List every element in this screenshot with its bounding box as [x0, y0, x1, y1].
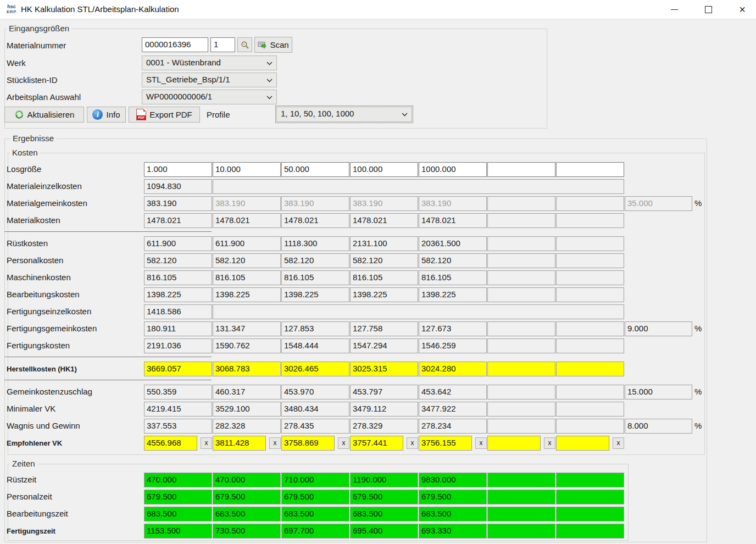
value-cell: 1094.830: [144, 179, 212, 194]
vk-input[interactable]: 3811.428: [213, 436, 266, 451]
value-cell: 611.900: [144, 236, 212, 251]
value-cell: 1398.225: [144, 287, 212, 302]
export-pdf-button[interactable]: PDF Export PDF: [129, 107, 200, 123]
row-label: Herstellkosten (HK1): [7, 365, 77, 373]
value-cell: [556, 213, 624, 228]
clear-button[interactable]: x: [613, 437, 624, 449]
stuecklisten-id-select[interactable]: STL_Getriebe_Bsp/1/1: [142, 73, 277, 87]
vk-input[interactable]: 3758.869: [281, 436, 335, 451]
value-cell[interactable]: [556, 162, 624, 177]
stuecklisten-id-label: Stücklisten-ID: [7, 75, 58, 85]
stuecklisten-id-selected-value: STL_Getriebe_Bsp/1/1: [146, 75, 230, 84]
clear-button[interactable]: x: [544, 437, 555, 449]
materialnummer-input[interactable]: 0000016396: [142, 37, 208, 52]
info-button[interactable]: i Info: [87, 107, 126, 123]
value-cell: 278.234: [419, 419, 487, 434]
clear-button[interactable]: x: [407, 437, 418, 449]
value-cell: 2191.036: [144, 338, 212, 353]
time-cell: 683.500: [281, 507, 349, 521]
value-cell[interactable]: [487, 162, 555, 177]
time-cell: [487, 507, 555, 521]
percent-field: 9.000: [625, 321, 692, 336]
value-cell: [556, 236, 624, 251]
window-title: HK Kalkulation STL/Arbeitsplan-Kalkulati…: [21, 4, 179, 14]
time-cell: [556, 507, 624, 521]
materialnummer-index-input[interactable]: 1: [210, 37, 235, 52]
row-label: Personalzeit: [7, 492, 52, 501]
value-cell: [556, 287, 624, 302]
value-cell: [487, 338, 555, 353]
row-label: Rüstkosten: [7, 238, 48, 248]
vk-input[interactable]: 3756.155: [419, 436, 472, 451]
info-icon: i: [92, 109, 103, 120]
profile-select[interactable]: 1, 10, 50, 100, 1000: [276, 107, 412, 122]
aktualisieren-button-label: Aktualisieren: [27, 110, 75, 119]
value-cell: 816.105: [213, 270, 281, 285]
value-cell: 1548.444: [281, 338, 349, 353]
value-cell: [556, 419, 624, 434]
value-cell: 3669.057: [144, 362, 212, 376]
value-cell: 460.317: [213, 385, 281, 399]
clear-button[interactable]: x: [338, 437, 349, 449]
value-cell: 1478.021: [350, 213, 418, 228]
row-label: Gemeinkostenzuschlag: [7, 387, 92, 396]
clear-button[interactable]: x: [269, 437, 281, 449]
refresh-icon: [14, 110, 24, 119]
value-cell[interactable]: 10.000: [213, 162, 281, 177]
value-cell: [556, 321, 624, 336]
minimize-button[interactable]: [662, 0, 687, 19]
scan-button[interactable]: Scan: [254, 37, 292, 53]
vk-input[interactable]: 3757.441: [350, 436, 403, 451]
value-cell: 1478.021: [281, 213, 349, 228]
time-cell: [556, 490, 624, 504]
value-cell: 383.190: [281, 196, 349, 211]
vk-input[interactable]: 4556.968: [144, 436, 197, 451]
value-cell: 1590.762: [213, 338, 281, 353]
value-cell: [487, 287, 555, 302]
value-cell: 582.120: [281, 253, 349, 268]
value-cell: 3025.315: [350, 362, 418, 376]
vk-input[interactable]: [487, 436, 541, 451]
percent-sign: %: [694, 387, 702, 396]
value-cell: 127.853: [281, 321, 349, 336]
row-label: Materialeinzelkosten: [7, 181, 82, 191]
value-cell: 337.553: [144, 419, 212, 434]
werk-select[interactable]: 0001 - Wüstenbrand: [142, 55, 277, 70]
value-cell[interactable]: 100.000: [350, 162, 418, 177]
vk-input[interactable]: [556, 436, 609, 451]
app-window: hsc ERP HK Kalkulation STL/Arbeitsplan-K…: [0, 0, 756, 544]
pdf-icon: PDF: [136, 109, 146, 120]
arbeitsplan-select[interactable]: WP0000000006/1: [142, 90, 277, 104]
value-cell[interactable]: 1000.000: [419, 162, 487, 177]
title-bar: hsc ERP HK Kalkulation STL/Arbeitsplan-K…: [0, 0, 756, 19]
value-cell: 127.673: [419, 321, 487, 336]
value-cell: [487, 402, 555, 417]
value-cell: 3024.280: [419, 362, 487, 376]
search-button[interactable]: [237, 37, 252, 52]
time-cell: 697.700: [281, 524, 349, 539]
close-button[interactable]: ×: [730, 0, 755, 19]
value-cell: 582.120: [213, 253, 281, 268]
maximize-icon: [705, 6, 712, 13]
value-cell: 131.347: [213, 321, 281, 336]
aktualisieren-button[interactable]: Aktualisieren: [4, 107, 84, 123]
row-label: Empfohlener VK: [7, 439, 62, 447]
maximize-button[interactable]: [696, 0, 721, 19]
value-cell: 816.105: [419, 270, 487, 285]
row-label: Maschinenkosten: [7, 273, 71, 282]
value-cell[interactable]: 1.000: [144, 162, 212, 177]
arbeitsplan-selected-value: WP0000000006/1: [146, 92, 212, 101]
time-cell: 683.500: [350, 507, 418, 521]
value-cell: 180.911: [144, 321, 212, 336]
value-cell: [556, 196, 624, 211]
clear-button[interactable]: x: [201, 437, 212, 449]
kosten-title: Kosten: [10, 148, 40, 157]
value-cell[interactable]: 50.000: [281, 162, 349, 177]
time-cell: 683.500: [419, 507, 487, 521]
value-cell: 383.190: [419, 196, 487, 211]
time-cell: 679.500: [419, 490, 487, 504]
time-cell: [487, 524, 555, 539]
time-cell: [556, 524, 624, 539]
profile-selected-value: 1, 10, 50, 100, 1000: [281, 109, 354, 118]
clear-button[interactable]: x: [475, 437, 487, 449]
